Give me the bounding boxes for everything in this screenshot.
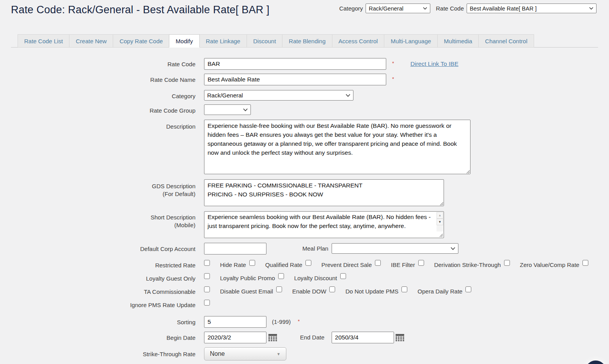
required-asterisk: *: [298, 318, 300, 324]
loyalty-guest-only-checkbox[interactable]: [204, 273, 210, 279]
description-label: Description: [0, 120, 204, 131]
header-rate-code-select[interactable]: Best Available Rate[ BAR ]: [467, 4, 597, 13]
strike-through-rate-select[interactable]: None ▼: [204, 347, 286, 360]
ta-commissionable-checkbox[interactable]: [204, 286, 210, 292]
header-category-value: Rack/General: [369, 5, 403, 12]
loyalty-public-promo-label: Loyalty Public Promo: [220, 275, 275, 281]
hide-rate-label: Hide Rate: [220, 262, 246, 268]
loyalty-discount-label: Loyalty Discount: [294, 275, 337, 281]
hide-rate-checkbox[interactable]: [249, 260, 255, 266]
strike-through-rate-row: Strike-Through Rate None ▼: [0, 347, 609, 360]
zero-value-comp-rate-label: Zero Value/Comp Rate: [520, 262, 579, 268]
derivation-strike-through-checkbox[interactable]: [504, 260, 510, 266]
description-textarea[interactable]: Experience hassle-free booking with our …: [204, 120, 471, 174]
header-category-label: Category: [339, 5, 363, 12]
default-corp-account-input[interactable]: [204, 243, 266, 254]
derivation-strike-through-label: Derivation Strike-Through: [434, 262, 501, 268]
disable-guest-email-checkbox[interactable]: [276, 286, 282, 292]
dropdown-arrow-icon: ▼: [277, 352, 281, 356]
page-title: Rate Code: Rack/General - Best Available…: [11, 4, 270, 16]
ibe-filter-checkbox[interactable]: [418, 260, 424, 266]
header-category-select[interactable]: Rack/General: [366, 4, 430, 13]
ta-commissionable-label: TA Commissionable: [0, 286, 204, 296]
rate-code-group-select[interactable]: [204, 104, 251, 115]
resize-grip-icon[interactable]: [439, 233, 443, 237]
loyalty-discount-checkbox[interactable]: [340, 273, 346, 279]
disable-guest-email-label: Disable Guest Email: [220, 288, 273, 295]
category-row: Category Rack/General: [0, 90, 609, 101]
corp-account-meal-plan-row: Default Corp Account Meal Plan: [0, 243, 609, 254]
short-description-textarea[interactable]: Experience seamless booking with our Bes…: [204, 212, 437, 238]
begin-date-input[interactable]: [204, 332, 266, 343]
tab-channel-control[interactable]: Channel Control: [478, 34, 534, 48]
sorting-label: Sorting: [0, 316, 204, 326]
do-not-update-pms-checkbox[interactable]: [401, 286, 407, 292]
default-corp-account-label: Default Corp Account: [0, 243, 204, 253]
gds-description-row: GDS Description (For Default) FREE PARKI…: [0, 179, 609, 206]
ignore-pms-rate-update-row: Ignore PMS Rate Update: [0, 299, 609, 309]
scrollbar[interactable]: ▲ ▼: [437, 212, 443, 231]
tab-multi-language[interactable]: Multi-Language: [384, 34, 437, 48]
restricted-rate-checkbox[interactable]: [204, 260, 210, 266]
chevron-down-icon: [243, 108, 248, 111]
rate-code-group-row: Rate Code Group: [0, 104, 609, 115]
opera-daily-rate-checkbox[interactable]: [465, 286, 471, 292]
rate-code-name-row: Rate Code Name *: [0, 74, 609, 85]
tab-rate-code-list[interactable]: Rate Code List: [18, 34, 69, 48]
chevron-down-icon: [589, 7, 593, 10]
strike-through-rate-value: None: [210, 350, 225, 357]
qualified-rate-checkbox[interactable]: [305, 260, 311, 266]
tab-access-control[interactable]: Access Control: [332, 34, 385, 48]
gds-description-label-line2: (For Default): [0, 190, 195, 198]
tab-bar-container: Rate Code List Create New Copy Rate Code…: [11, 34, 598, 48]
tab-rate-linkage[interactable]: Rate Linkage: [199, 34, 247, 48]
meal-plan-label: Meal Plan: [302, 245, 328, 252]
rate-code-name-label: Rate Code Name: [0, 74, 204, 84]
tab-discount[interactable]: Discount: [247, 34, 282, 48]
begin-date-calendar-icon[interactable]: [267, 332, 278, 343]
enable-dow-checkbox[interactable]: [329, 286, 335, 292]
tab-modify[interactable]: Modify: [169, 34, 199, 48]
required-asterisk: *: [392, 60, 394, 66]
chevron-down-icon: [451, 247, 455, 250]
loyalty-public-promo-checkbox[interactable]: [278, 273, 284, 279]
zero-value-comp-rate-checkbox[interactable]: [582, 260, 588, 266]
chevron-down-icon: [346, 94, 350, 97]
category-select[interactable]: Rack/General: [204, 90, 353, 101]
end-date-input[interactable]: [332, 332, 394, 343]
tab-multimedia[interactable]: Multimedia: [437, 34, 479, 48]
do-not-update-pms-label: Do Not Update PMS: [345, 288, 398, 295]
rate-code-label: Rate Code: [0, 58, 204, 68]
gds-description-label: GDS Description (For Default): [0, 179, 204, 198]
prevent-direct-sale-label: Prevent Direct Sale: [321, 262, 372, 268]
scroll-down-icon[interactable]: ▼: [437, 219, 443, 225]
page-header: Rate Code: Rack/General - Best Available…: [0, 0, 609, 27]
date-range-row: Begin Date End Date: [0, 332, 609, 343]
direct-link-to-ibe-link[interactable]: Direct Link To IBE: [410, 60, 458, 67]
restricted-rate-row: Restricted Rate Hide Rate Qualified Rate…: [0, 260, 609, 269]
ignore-pms-rate-update-checkbox[interactable]: [204, 300, 210, 306]
gds-description-textarea[interactable]: FREE PARKING - COMMISSIONABLE - TRANSPAR…: [204, 179, 444, 206]
ta-commissionable-row: TA Commissionable Disable Guest Email En…: [0, 286, 609, 296]
meal-plan-select[interactable]: [332, 243, 458, 254]
header-controls: Category Rack/General Rate Code Best Ava…: [339, 4, 597, 13]
tab-copy-rate-code[interactable]: Copy Rate Code: [113, 34, 169, 48]
restricted-rate-label: Restricted Rate: [0, 260, 204, 269]
category-select-value: Rack/General: [207, 92, 243, 99]
rate-code-name-input[interactable]: [204, 74, 386, 85]
scroll-up-icon[interactable]: ▲: [437, 212, 443, 219]
tab-rate-blending[interactable]: Rate Blending: [282, 34, 332, 48]
gds-description-label-line1: GDS Description: [0, 182, 195, 190]
rate-code-input[interactable]: [204, 58, 386, 70]
prevent-direct-sale-checkbox[interactable]: [375, 260, 381, 266]
short-description-row: Short Description (Mobile) Experience se…: [0, 211, 609, 238]
category-label: Category: [0, 90, 204, 100]
sorting-row: Sorting (1-999) *: [0, 316, 609, 328]
tab-create-new[interactable]: Create New: [69, 34, 113, 48]
sorting-range-hint: (1-999): [272, 318, 291, 325]
chevron-down-icon: [423, 7, 427, 10]
sorting-input[interactable]: [204, 316, 266, 328]
end-date-calendar-icon[interactable]: [394, 332, 406, 343]
short-description-label: Short Description (Mobile): [0, 211, 204, 229]
opera-daily-rate-label: Opera Daily Rate: [417, 288, 462, 295]
